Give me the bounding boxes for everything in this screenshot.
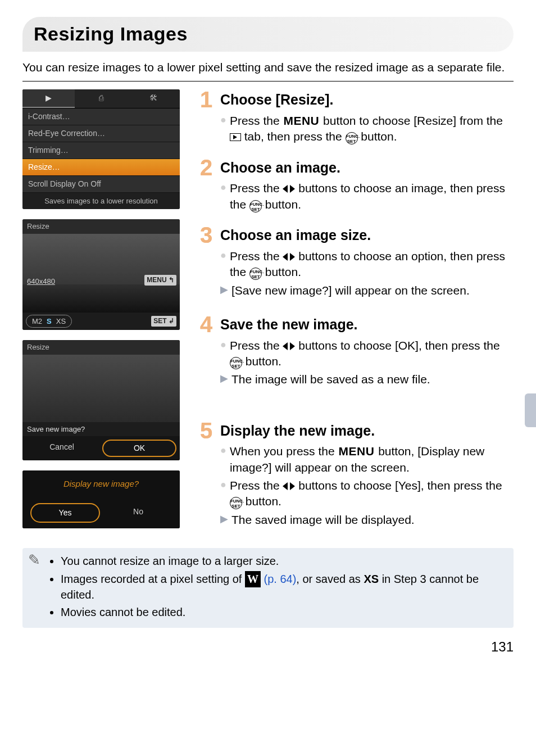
- page-ref-link[interactable]: (p. 64): [264, 573, 297, 585]
- bullet-icon: ●: [220, 113, 226, 145]
- left-right-icon: [283, 482, 295, 490]
- step-1: 1 Choose [Resize]. ● Press the MENU butt…: [197, 89, 514, 144]
- note-box: ✎ You cannot resize an image to a larger…: [22, 548, 514, 628]
- step-4-title: Save the new image.: [220, 314, 358, 334]
- step-3-number: 3: [197, 225, 216, 245]
- display-button-row: Yes No: [22, 497, 180, 528]
- page-title: Resizing Images: [34, 21, 497, 47]
- step-3-text-a: Press the buttons to choose an option, t…: [230, 248, 514, 280]
- save-button-row: Cancel OK: [22, 436, 180, 460]
- note-2: Images recorded at a pixel setting of W …: [61, 571, 507, 603]
- section-title-bar: Resizing Images: [22, 17, 514, 52]
- size-m2[interactable]: M2: [32, 316, 42, 327]
- step-4-number: 4: [197, 314, 216, 334]
- func-set-icon: FUNC.SET: [249, 268, 262, 280]
- result-icon: ▶: [220, 372, 228, 387]
- tab-print[interactable]: ⎙: [75, 89, 127, 108]
- bullet-icon: ●: [220, 180, 226, 212]
- ok-button[interactable]: OK: [102, 440, 176, 457]
- menu-item-trimming[interactable]: Trimming…: [22, 142, 180, 159]
- step-5-text-b: Press the buttons to choose [Yes], then …: [230, 478, 514, 510]
- left-right-icon: [283, 253, 295, 261]
- step-3-result: [Save new image?] will appear on the scr…: [231, 283, 470, 298]
- step-4: 4 Save the new image. ● Press the button…: [197, 314, 514, 388]
- size-readout: 640x480: [27, 277, 55, 287]
- display-confirm-screenshot: Display new image? Yes No: [22, 470, 180, 528]
- menu-icon: MENU: [338, 443, 375, 459]
- menu-item-scrolldisplay[interactable]: Scroll Display On Off: [22, 176, 180, 193]
- size-xs[interactable]: XS: [56, 316, 66, 327]
- left-right-icon: [283, 185, 295, 193]
- bullet-icon: ●: [220, 478, 226, 510]
- divider: [22, 81, 514, 82]
- func-set-icon: FUNC.SET: [249, 200, 262, 212]
- resize-preview: 640x480 MENU ↰: [22, 234, 180, 313]
- size-pill[interactable]: M2 S XS: [26, 315, 72, 328]
- step-5-text-a: When you press the MENU button, [Display…: [230, 443, 514, 476]
- result-icon: ▶: [220, 283, 228, 298]
- save-confirm-screenshot: Resize Save new image? Cancel OK: [22, 340, 180, 460]
- menu-icon: MENU: [283, 113, 320, 129]
- menu-back-badge[interactable]: MENU ↰: [144, 275, 176, 285]
- set-badge[interactable]: SET ↲: [151, 316, 176, 326]
- w-icon: W: [245, 571, 261, 587]
- display-question: Display new image?: [22, 470, 180, 497]
- size-selector-bar: M2 S XS SET ↲: [22, 313, 180, 331]
- step-5-result: The saved image will be displayed.: [231, 512, 415, 528]
- step-2: 2 Choose an image. ● Press the buttons t…: [197, 157, 514, 212]
- result-icon: ▶: [220, 512, 228, 528]
- pencil-icon: ✎: [28, 550, 40, 570]
- save-top-label: Resize: [22, 340, 180, 355]
- note-list: You cannot resize an image to a larger s…: [51, 554, 507, 620]
- cancel-button[interactable]: Cancel: [26, 440, 98, 457]
- step-4-text-a: Press the buttons to choose [OK], then p…: [230, 338, 514, 370]
- step-2-title: Choose an image.: [220, 157, 340, 178]
- save-question: Save new image?: [22, 422, 180, 437]
- func-set-icon: FUNC.SET: [230, 357, 242, 369]
- step-1-title: Choose [Resize].: [220, 89, 333, 110]
- step-2-number: 2: [197, 157, 216, 178]
- no-button[interactable]: No: [105, 503, 172, 523]
- func-set-icon: FUNC.SET: [230, 497, 242, 509]
- save-preview: [22, 355, 180, 422]
- xs-icon: XS: [364, 573, 379, 585]
- left-right-icon: [283, 342, 295, 350]
- step-5-title: Display the new image.: [220, 420, 375, 441]
- step-1-number: 1: [197, 89, 216, 110]
- step-3-title: Choose an image size.: [220, 225, 371, 245]
- bullet-icon: ●: [220, 248, 226, 280]
- preview-skyline: [22, 284, 180, 313]
- menu-status-text: Saves images to a lower resolution: [22, 193, 180, 210]
- menu-screenshot: ▶ ⎙ 🛠 i-Contrast… Red-Eye Correction… Tr…: [22, 89, 180, 209]
- side-thumb-tab: [525, 393, 536, 427]
- menu-items: i-Contrast… Red-Eye Correction… Trimming…: [22, 108, 180, 192]
- screenshots-column: ▶ ⎙ 🛠 i-Contrast… Red-Eye Correction… Tr…: [22, 89, 180, 540]
- note-1: You cannot resize an image to a larger s…: [61, 554, 507, 569]
- step-2-text: Press the buttons to choose an image, th…: [230, 180, 514, 212]
- bullet-icon: ●: [220, 338, 226, 370]
- menu-item-resize[interactable]: Resize…: [22, 159, 180, 176]
- menu-tabbar: ▶ ⎙ 🛠: [22, 89, 180, 108]
- content-grid: ▶ ⎙ 🛠 i-Contrast… Red-Eye Correction… Tr…: [22, 89, 514, 540]
- step-5: 5 Display the new image. ● When you pres…: [197, 420, 514, 528]
- func-set-icon: FUNC.SET: [346, 132, 358, 144]
- tab-setup[interactable]: 🛠: [128, 89, 180, 108]
- resize-top-label: Resize: [22, 219, 180, 234]
- step-4-result: The image will be saved as a new file.: [231, 372, 430, 387]
- menu-item-icontrast[interactable]: i-Contrast…: [22, 108, 180, 125]
- resize-screenshot: Resize 640x480 MENU ↰ M2 S XS SET ↲: [22, 219, 180, 330]
- menu-item-redeye[interactable]: Red-Eye Correction…: [22, 125, 180, 142]
- page-number: 131: [22, 638, 514, 656]
- size-s[interactable]: S: [47, 316, 52, 327]
- step-1-text: Press the MENU button to choose [Resize]…: [230, 113, 514, 145]
- note-3: Movies cannot be edited.: [61, 605, 507, 620]
- steps-column: 1 Choose [Resize]. ● Press the MENU butt…: [197, 89, 514, 540]
- playback-tab-icon: [230, 133, 241, 141]
- intro-paragraph: You can resize images to a lower pixel s…: [22, 60, 514, 75]
- step-5-number: 5: [197, 420, 216, 441]
- yes-button[interactable]: Yes: [30, 503, 100, 523]
- bullet-icon: ●: [220, 443, 226, 476]
- step-3: 3 Choose an image size. ● Press the butt…: [197, 225, 514, 298]
- tab-playback[interactable]: ▶: [22, 89, 75, 108]
